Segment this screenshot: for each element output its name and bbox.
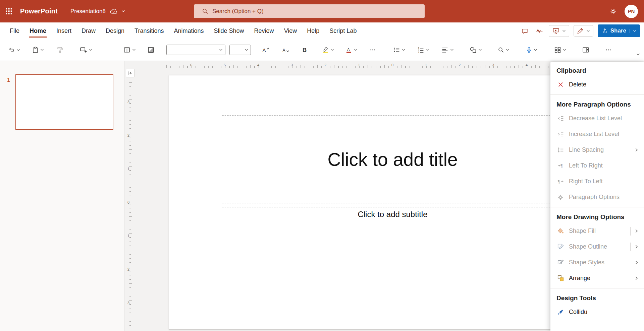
ruler-label: 4 bbox=[526, 63, 528, 67]
tab-review[interactable]: Review bbox=[249, 22, 279, 39]
chevron-down-icon bbox=[245, 48, 248, 52]
chevron-down-icon[interactable] bbox=[630, 29, 637, 33]
find-button[interactable] bbox=[497, 46, 510, 55]
align-button[interactable] bbox=[441, 45, 454, 55]
slides-panel: 1 bbox=[0, 61, 124, 331]
grow-font-button[interactable]: A bbox=[262, 45, 271, 55]
svg-text:B: B bbox=[303, 47, 307, 53]
ruler-label: 3 bbox=[127, 301, 129, 305]
chevron-down-icon bbox=[478, 48, 482, 52]
tab-home[interactable]: Home bbox=[24, 22, 51, 39]
grid-icon bbox=[554, 47, 561, 54]
tab-animations[interactable]: Animations bbox=[169, 22, 209, 39]
svg-text:A: A bbox=[347, 47, 350, 52]
app-launcher-button[interactable] bbox=[0, 0, 17, 22]
chevron-right-icon bbox=[634, 148, 639, 152]
tab-draw[interactable]: Draw bbox=[76, 22, 101, 39]
ruler-label: 3 bbox=[492, 63, 494, 67]
avatar[interactable]: PN bbox=[625, 5, 638, 18]
tab-view[interactable]: View bbox=[279, 22, 302, 39]
chevron-down-icon bbox=[450, 48, 454, 52]
ruler-label: 2 bbox=[324, 63, 326, 67]
numbering-icon: 123 bbox=[417, 47, 424, 54]
designer-button[interactable] bbox=[147, 45, 155, 55]
draw-pen-button[interactable] bbox=[574, 25, 593, 37]
collapse-slides-panel-button[interactable] bbox=[126, 69, 135, 77]
subtitle-placeholder[interactable]: Click to add subtitle bbox=[222, 207, 564, 266]
menu-item-label: Delete bbox=[569, 81, 639, 88]
menu-divider bbox=[550, 288, 644, 288]
title-placeholder[interactable]: Click to add title bbox=[222, 115, 564, 203]
bold-button[interactable]: B bbox=[301, 45, 308, 55]
tab-design[interactable]: Design bbox=[101, 22, 129, 39]
present-button[interactable] bbox=[549, 25, 569, 37]
ruler-label: 4 bbox=[257, 63, 259, 67]
new-slide-button[interactable] bbox=[79, 45, 93, 55]
view-grid-button[interactable] bbox=[553, 45, 567, 55]
tab-actions: Share bbox=[520, 22, 640, 39]
share-button[interactable]: Share bbox=[598, 24, 640, 37]
comment-icon bbox=[521, 27, 528, 35]
chevron-down-icon[interactable] bbox=[121, 9, 125, 13]
split-divider bbox=[630, 227, 631, 236]
designer-pane-button[interactable] bbox=[582, 45, 590, 55]
search-input[interactable]: Search (Option + Q) bbox=[194, 4, 425, 18]
bullets-button[interactable] bbox=[392, 45, 406, 55]
mic-icon bbox=[526, 47, 532, 54]
slide-number: 1 bbox=[7, 77, 10, 83]
tab-insert[interactable]: Insert bbox=[51, 22, 76, 39]
document-title: Presentation8 bbox=[70, 8, 106, 15]
shrink-font-button[interactable]: A bbox=[281, 45, 290, 55]
tab-help[interactable]: Help bbox=[302, 22, 324, 39]
tab-file[interactable]: File bbox=[5, 22, 24, 39]
dictate-button[interactable] bbox=[525, 45, 538, 55]
slide-thumbnail-1[interactable] bbox=[15, 74, 113, 130]
font-color-button[interactable]: A bbox=[345, 45, 358, 55]
tab-script-lab[interactable]: Script Lab bbox=[324, 22, 362, 39]
ribbon-tabs-row: FileHomeInsertDrawDesignTransitionsAnima… bbox=[0, 22, 644, 39]
line-spacing-icon bbox=[556, 146, 565, 153]
tab-slide-show[interactable]: Slide Show bbox=[209, 22, 249, 39]
chevron-down-icon bbox=[563, 48, 567, 52]
chevron-down-icon bbox=[506, 48, 509, 52]
paste-button[interactable] bbox=[32, 45, 45, 55]
search-icon bbox=[202, 8, 208, 14]
menu-item-label: Shape Outline bbox=[569, 243, 630, 250]
shapes-button[interactable] bbox=[469, 45, 483, 55]
layout-icon bbox=[123, 47, 130, 54]
increase-list-icon bbox=[556, 131, 565, 138]
undo-button[interactable] bbox=[7, 45, 21, 55]
menu-item-right-to-left: ¶Right To Left bbox=[550, 174, 644, 189]
new-slide-icon bbox=[80, 47, 87, 54]
activity-icon bbox=[535, 28, 543, 34]
more-font-options-button[interactable] bbox=[369, 46, 377, 55]
menu-item-delete[interactable]: Delete bbox=[550, 77, 644, 92]
ribbon-tabs: FileHomeInsertDrawDesignTransitionsAnima… bbox=[5, 22, 362, 39]
activity-button[interactable] bbox=[534, 26, 544, 36]
present-icon bbox=[552, 27, 559, 35]
text-highlight-button[interactable] bbox=[321, 45, 335, 55]
tab-transitions[interactable]: Transitions bbox=[129, 22, 169, 39]
menu-item-label: Decrease List Level bbox=[569, 115, 639, 122]
more-options-button[interactable] bbox=[604, 46, 612, 55]
slide-surface[interactable]: Click to add title Click to add subtitle bbox=[169, 75, 616, 330]
clipboard-icon bbox=[32, 47, 39, 54]
ribbon-collapse-button[interactable] bbox=[636, 53, 640, 56]
menu-section-header: Clipboard bbox=[550, 63, 644, 77]
shape-styles-icon bbox=[556, 259, 565, 266]
menu-item-collidu[interactable]: Collidu bbox=[550, 304, 644, 320]
gear-icon[interactable] bbox=[610, 8, 616, 15]
layout-button[interactable] bbox=[123, 45, 137, 55]
ruler-label: 2 bbox=[127, 267, 129, 271]
menu-divider bbox=[550, 94, 644, 95]
document-title-group[interactable]: Presentation8 bbox=[70, 8, 125, 15]
comments-button[interactable] bbox=[520, 26, 530, 36]
menu-item-arrange[interactable]: Arrange bbox=[550, 270, 644, 286]
font-name-combobox[interactable] bbox=[166, 45, 225, 55]
numbering-button[interactable]: 123 bbox=[417, 45, 430, 55]
menu-item-label: Left To Right bbox=[569, 162, 639, 169]
font-size-combobox[interactable] bbox=[229, 45, 251, 55]
ruler-label: 1 bbox=[127, 167, 129, 171]
left-to-right-icon: ¶ bbox=[556, 162, 565, 169]
svg-text:¶: ¶ bbox=[558, 179, 560, 184]
